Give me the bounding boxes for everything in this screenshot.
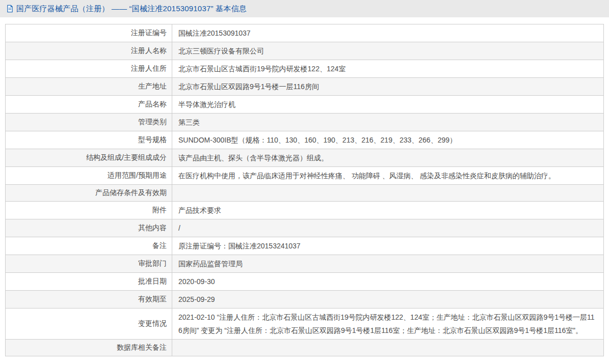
table-row: 备注 原注册证编号：国械注准20153241037 — [6, 237, 604, 255]
row-label: 注册人住所 — [6, 60, 172, 78]
table-row: 其他内容 / — [6, 219, 604, 237]
row-value: 国家药品监督管理局 — [172, 255, 604, 273]
row-label: 结构及组成/主要组成成分 — [6, 149, 172, 167]
table-row: 适用范围/预期用途 在医疗机构中使用，该产品临床适用于对神经性疼痛、 功能障碍 … — [6, 167, 604, 185]
row-label: 批准日期 — [6, 273, 172, 291]
row-label: 产品名称 — [6, 96, 172, 114]
row-label: 有效期至 — [6, 291, 172, 309]
table-row: 变更情况 2021-02-10 “注册人住所：北京市石景山区古城西街19号院内研… — [6, 309, 604, 340]
table-row: 有效期至 2025-09-29 — [6, 291, 604, 309]
table-row: 生产地址 北京市石景山区双园路9号1号楼一层116房间 — [6, 78, 604, 96]
row-value: 在医疗机构中使用，该产品临床适用于对神经性疼痛、 功能障碍 、风湿病、 感染及非… — [172, 167, 604, 185]
row-label: 管理类别 — [6, 114, 172, 131]
table-row: 注册证编号 国械注准20153091037 — [6, 24, 604, 42]
row-label: 数据库相关备注 — [6, 340, 172, 356]
row-label: 适用范围/预期用途 — [6, 167, 172, 185]
row-value — [172, 185, 604, 202]
row-label: 其他内容 — [6, 219, 172, 237]
row-label: 注册证编号 — [6, 24, 172, 42]
table-row: 审批部门 国家药品监督管理局 — [6, 255, 604, 273]
table-row: 数据库相关备注 — [6, 340, 604, 356]
registration-info-table: 注册证编号 国械注准20153091037 注册人名称 北京三顿医疗设备有限公司… — [5, 24, 604, 356]
table-row: 产品名称 半导体激光治疗机 — [6, 96, 604, 114]
table-row: 型号规格 SUNDOM-300IB型（规格：110、130、160、190、21… — [6, 131, 604, 149]
row-value: 北京市石景山区双园路9号1号楼一层116房间 — [172, 78, 604, 96]
row-value: SUNDOM-300IB型（规格：110、130、160、190、213、216… — [172, 131, 604, 149]
table-row: 结构及组成/主要组成成分 该产品由主机、探头（含半导体激光器）组成。 — [6, 149, 604, 167]
row-value — [172, 340, 604, 356]
row-label: 产品储存条件及有效期 — [6, 185, 172, 202]
row-label: 备注 — [6, 237, 172, 255]
table-row: 附件 产品技术要求 — [6, 202, 604, 219]
row-value: 2020-09-30 — [172, 273, 604, 291]
table-row: 注册人名称 北京三顿医疗设备有限公司 — [6, 42, 604, 60]
page-title: 国产医疗器械产品（注册） —— “国械注准20153091037” 基本信息 — [16, 4, 247, 14]
row-value: / — [172, 219, 604, 237]
table-row: 批准日期 2020-09-30 — [6, 273, 604, 291]
row-label: 附件 — [6, 202, 172, 219]
document-icon — [6, 5, 14, 13]
table-row: 产品储存条件及有效期 — [6, 185, 604, 202]
row-label: 注册人名称 — [6, 42, 172, 60]
row-value: 第三类 — [172, 114, 604, 131]
page-header: 国产医疗器械产品（注册） —— “国械注准20153091037” 基本信息 — [0, 0, 609, 17]
table-row: 管理类别 第三类 — [6, 114, 604, 131]
row-value: 该产品由主机、探头（含半导体激光器）组成。 — [172, 149, 604, 167]
row-value: 产品技术要求 — [172, 202, 604, 219]
row-value: 北京三顿医疗设备有限公司 — [172, 42, 604, 60]
row-value: 半导体激光治疗机 — [172, 96, 604, 114]
row-label: 变更情况 — [6, 309, 172, 340]
table-row: 注册人住所 北京市石景山区古城西街19号院内研发楼122、124室 — [6, 60, 604, 78]
row-label: 型号规格 — [6, 131, 172, 149]
row-value: 2025-09-29 — [172, 291, 604, 309]
row-label: 审批部门 — [6, 255, 172, 273]
row-label: 生产地址 — [6, 78, 172, 96]
row-value: 原注册证编号：国械注准20153241037 — [172, 237, 604, 255]
row-value: 北京市石景山区古城西街19号院内研发楼122、124室 — [172, 60, 604, 78]
row-value: 2021-02-10 “注册人住所：北京市石景山区古城西街19号院内研发楼122… — [172, 309, 604, 340]
row-value: 国械注准20153091037 — [172, 24, 604, 42]
